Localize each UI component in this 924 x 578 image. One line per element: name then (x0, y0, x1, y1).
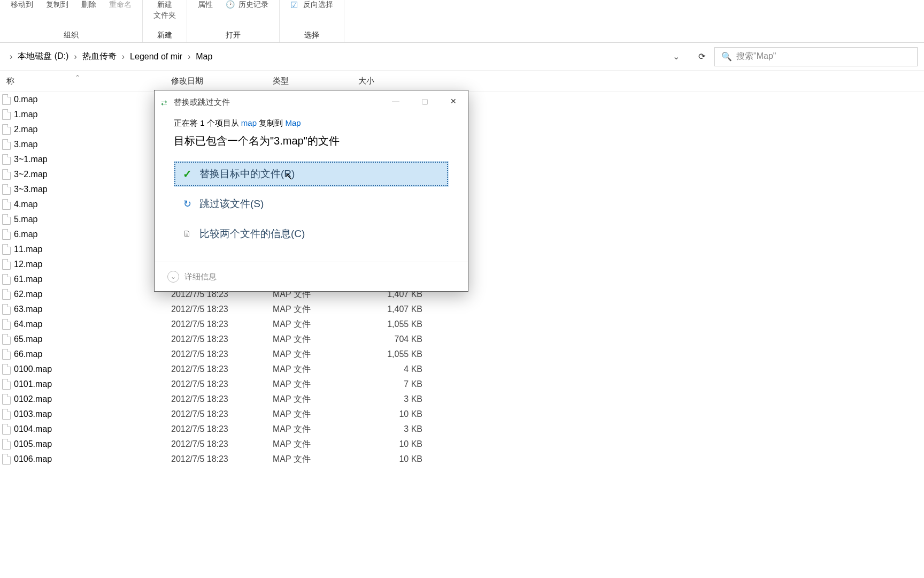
file-icon (2, 439, 11, 450)
ribbon-group-label: 打开 (226, 31, 241, 40)
file-icon (2, 94, 11, 105)
invert-selection-button[interactable]: 反向选择 (290, 0, 333, 10)
ribbon-group-label: 新建 (157, 31, 172, 40)
breadcrumb-item[interactable]: Map (196, 52, 212, 62)
replace-or-skip-dialog: 替换或跳过文件 — ▢ ✕ 正在将 1 个项目从 map 复制到 Map 目标已… (154, 90, 468, 292)
file-date: 2012/7/5 18:23 (171, 439, 273, 449)
file-name: 1.map (14, 110, 37, 119)
file-name: 4.map (14, 200, 37, 209)
sort-ascending-icon: ⌃ (75, 74, 80, 81)
file-name: 0103.map (14, 409, 52, 419)
column-header-type[interactable]: 类型 (273, 76, 358, 86)
dialog-title-text: 替换或跳过文件 (174, 97, 230, 108)
details-toggle[interactable]: 详细信息 (184, 272, 217, 282)
column-header-date[interactable]: 修改日期 (171, 76, 273, 86)
file-icon (2, 124, 11, 135)
file-icon (2, 364, 11, 375)
compare-option[interactable]: 比较两个文件的信息(C) (174, 221, 449, 247)
file-icon (2, 454, 11, 465)
file-row[interactable]: 66.map2012/7/5 18:23MAP 文件1,055 KB (0, 347, 924, 362)
column-header-name[interactable]: 称 ⌃ (0, 76, 171, 86)
file-icon (2, 244, 11, 255)
file-type: MAP 文件 (273, 319, 358, 330)
file-row[interactable]: 0101.map2012/7/5 18:23MAP 文件7 KB (0, 377, 924, 392)
maximize-button: ▢ (410, 90, 439, 112)
file-name: 6.map (14, 230, 37, 239)
file-type: MAP 文件 (273, 454, 358, 465)
history-button[interactable]: 历史记录 (226, 0, 268, 10)
file-name: 3~2.map (14, 170, 48, 179)
breadcrumb[interactable]: › 本地磁盘 (D:) › 热血传奇 › Legend of mir › Map… (6, 47, 689, 66)
dialog-conflict-text: 目标已包含一个名为"3.map"的文件 (174, 134, 449, 148)
file-name: 0102.map (14, 394, 52, 404)
file-name: 0101.map (14, 379, 52, 389)
copy-icon (161, 98, 170, 107)
breadcrumb-chevron-icon: › (10, 52, 12, 62)
ribbon-group-label: 选择 (304, 31, 319, 40)
file-icon (2, 214, 11, 225)
minimize-button[interactable]: — (381, 90, 410, 112)
rename-button[interactable]: 重命名 (109, 0, 132, 10)
file-row[interactable]: 0102.map2012/7/5 18:23MAP 文件3 KB (0, 392, 924, 407)
file-type: MAP 文件 (273, 409, 358, 420)
file-name: 0105.map (14, 439, 52, 449)
file-row[interactable]: 0100.map2012/7/5 18:23MAP 文件4 KB (0, 362, 924, 377)
file-size: 4 KB (358, 364, 422, 374)
replace-option[interactable]: 替换目标中的文件(R) ↖ (174, 161, 449, 187)
file-icon (2, 319, 11, 330)
file-size: 1,055 KB (358, 349, 422, 359)
search-icon: 🔍 (721, 51, 732, 62)
copy-to-button[interactable]: 复制到 (46, 0, 68, 10)
file-icon (2, 199, 11, 210)
skip-option-label: 跳过该文件(S) (199, 197, 264, 211)
file-size: 10 KB (358, 454, 422, 464)
file-icon (2, 229, 11, 240)
properties-button[interactable]: 属性 (198, 0, 213, 10)
file-size: 3 KB (358, 394, 422, 404)
file-name: 11.map (14, 245, 42, 254)
file-name: 0100.map (14, 364, 52, 374)
breadcrumb-item[interactable]: Legend of mir (130, 52, 182, 62)
file-row[interactable]: 0105.map2012/7/5 18:23MAP 文件10 KB (0, 437, 924, 452)
file-size: 3 KB (358, 424, 422, 434)
file-type: MAP 文件 (273, 304, 358, 315)
move-to-button[interactable]: 移动到 (11, 0, 33, 10)
refresh-button[interactable]: ⟳ (693, 48, 710, 65)
search-input[interactable]: 🔍 搜索"Map" (714, 47, 918, 66)
file-size: 1,407 KB (358, 305, 422, 314)
file-size: 10 KB (358, 409, 422, 419)
file-name: 3~3.map (14, 185, 48, 194)
file-name: 66.map (14, 349, 42, 359)
file-size: 704 KB (358, 334, 422, 344)
file-name: 0104.map (14, 424, 52, 434)
file-row[interactable]: 65.map2012/7/5 18:23MAP 文件704 KB (0, 332, 924, 347)
file-icon (2, 409, 11, 420)
file-date: 2012/7/5 18:23 (171, 349, 273, 359)
file-row[interactable]: 0104.map2012/7/5 18:23MAP 文件3 KB (0, 422, 924, 437)
file-name: 62.map (14, 290, 42, 299)
file-row[interactable]: 0106.map2012/7/5 18:23MAP 文件10 KB (0, 452, 924, 467)
destination-link[interactable]: Map (285, 118, 301, 127)
file-icon (2, 394, 11, 405)
close-button[interactable]: ✕ (439, 90, 468, 112)
breadcrumb-item[interactable]: 本地磁盘 (D:) (18, 51, 68, 62)
breadcrumb-dropdown-icon[interactable]: ⌄ (666, 51, 686, 62)
file-date: 2012/7/5 18:23 (171, 409, 273, 419)
column-header-size[interactable]: 大小 (358, 76, 422, 86)
file-icon (2, 154, 11, 165)
skip-option[interactable]: 跳过该文件(S) (174, 191, 449, 217)
file-row[interactable]: 64.map2012/7/5 18:23MAP 文件1,055 KB (0, 317, 924, 332)
address-bar-row: › 本地磁盘 (D:) › 热血传奇 › Legend of mir › Map… (0, 43, 924, 71)
delete-button[interactable]: 删除 (81, 0, 96, 10)
file-row[interactable]: 0103.map2012/7/5 18:23MAP 文件10 KB (0, 407, 924, 422)
file-icon (2, 184, 11, 195)
file-size: 10 KB (358, 439, 422, 449)
file-row[interactable]: 63.map2012/7/5 18:23MAP 文件1,407 KB (0, 302, 924, 317)
file-icon (2, 139, 11, 150)
breadcrumb-item[interactable]: 热血传奇 (82, 51, 117, 62)
dialog-titlebar[interactable]: 替换或跳过文件 — ▢ ✕ (155, 90, 468, 114)
file-size: 7 KB (358, 379, 422, 389)
new-folder-button[interactable]: 新建 文件夹 (153, 0, 176, 20)
source-link[interactable]: map (241, 118, 257, 127)
chevron-down-icon[interactable]: ⌄ (167, 271, 179, 283)
